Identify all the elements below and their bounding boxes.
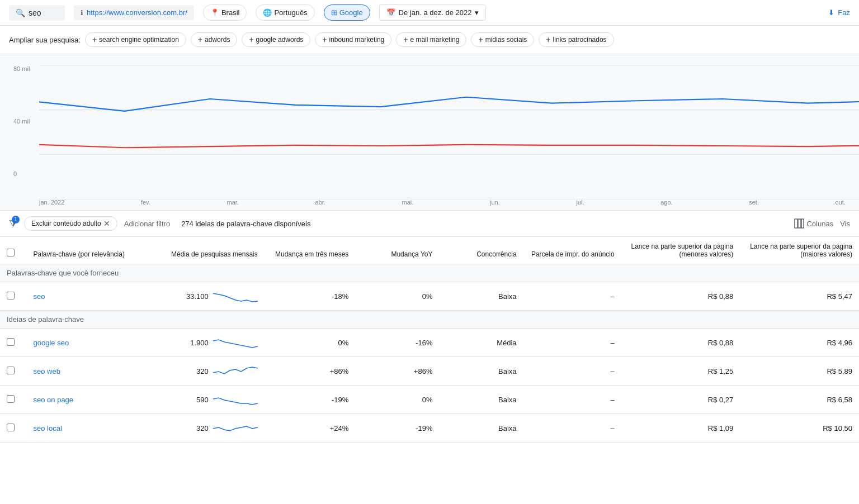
keyword-cell-seo-web: seo web — [27, 357, 153, 386]
faz-label: Faz — [838, 8, 850, 17]
changeyoy-cell-seo: 0% — [355, 282, 439, 311]
header-keyword[interactable]: Palavra-chave (por relevância) — [27, 237, 153, 264]
row-checkbox-seo[interactable] — [0, 282, 27, 311]
info-icon: ℹ — [81, 9, 83, 17]
filter-chip-close[interactable]: ✕ — [103, 219, 110, 228]
avg-value-seo-local: 320 — [196, 424, 209, 432]
download-icon: ⬇ — [828, 8, 834, 17]
url-box[interactable]: ℹ https://www.conversion.com.br/ — [74, 5, 194, 20]
row-checkbox-seo-local[interactable] — [0, 414, 27, 443]
chart-x-labels: jan. 2022 fev. mar. abr. mai. jun. jul. … — [39, 199, 846, 206]
y-label-0: 0 — [13, 170, 30, 177]
keyword-name-seo-web[interactable]: seo web — [34, 367, 60, 375]
checkbox-seo-local[interactable] — [7, 424, 15, 431]
changeyoy-cell-seo-local: -19% — [355, 414, 439, 443]
changeyoy-cell-google-seo: -16% — [355, 329, 439, 357]
columns-button[interactable]: Colunas — [794, 218, 833, 229]
date-range-picker[interactable]: 📅 De jan. a dez. de 2022 ▾ — [379, 4, 487, 21]
checkbox-google-seo[interactable] — [7, 338, 15, 346]
ampliar-tag-6[interactable]: + links patrocinados — [539, 32, 613, 47]
header-competition[interactable]: Concorrência — [439, 237, 523, 264]
ampliar-tag-3[interactable]: + inbound marketing — [315, 32, 391, 47]
lance-max-cell-seo-on-page: R$ 6,58 — [740, 386, 859, 414]
x-label-mar: mar. — [227, 199, 239, 206]
sparkline-google-seo — [213, 334, 258, 351]
select-all-checkbox[interactable] — [7, 249, 15, 256]
parcela-cell-google-seo: – — [523, 329, 621, 357]
keyword-cell-seo: seo — [27, 282, 153, 311]
section-provided-label: Palavras-chave que você forneceu — [0, 264, 859, 282]
x-label-jan: jan. 2022 — [39, 199, 64, 206]
keyword-name-seo-on-page[interactable]: seo on page — [34, 396, 74, 404]
plus-icon-4: + — [403, 35, 408, 44]
columns-icon — [794, 218, 804, 229]
ampliar-tag-0[interactable]: + search engine optimization — [85, 32, 186, 47]
vis-button[interactable]: Vis — [840, 220, 850, 228]
y-label-40: 40 mil — [13, 118, 30, 125]
filter-badge[interactable]: ⧩ 1 — [9, 218, 17, 230]
calendar-icon: 📅 — [386, 8, 395, 17]
location-icon: 📍 — [210, 8, 219, 17]
header-lance-min[interactable]: Lance na parte superior da página (menor… — [621, 237, 740, 264]
chart-y-labels: 80 mil 40 mil 0 — [13, 65, 30, 177]
ampliar-tag-4[interactable]: + e mail marketing — [396, 32, 466, 47]
ampliar-tag-1[interactable]: + adwords — [191, 32, 238, 47]
language-pill[interactable]: 🌐 Português — [256, 4, 314, 21]
keyword-name-seo-local[interactable]: seo local — [34, 424, 62, 432]
row-checkbox-seo-on-page[interactable] — [0, 386, 27, 414]
engine-pill[interactable]: ⊞ Google — [324, 4, 370, 21]
competition-cell-seo-web: Baixa — [439, 357, 523, 386]
x-label-mai: mai. — [402, 199, 414, 206]
available-count: 274 ideias de palavra-chave disponíveis — [181, 220, 310, 228]
ampliar-tag-5[interactable]: + midias sociais — [471, 32, 534, 47]
date-range-label: De jan. a dez. de 2022 — [399, 8, 472, 17]
lance-min-cell-seo: R$ 0,88 — [621, 282, 740, 311]
search-box[interactable]: 🔍 seo — [9, 5, 65, 21]
avg-value-seo-on-page: 590 — [196, 396, 209, 404]
search-query: seo — [29, 8, 41, 17]
keyword-table: Palavra-chave (por relevância) Média de … — [0, 237, 859, 443]
sparkline-seo — [213, 288, 258, 305]
checkbox-seo-on-page[interactable] — [7, 395, 15, 403]
ampliar-tag-label-2: google adwords — [256, 36, 304, 44]
sparkline-seo-web — [213, 363, 258, 379]
x-label-jul: jul. — [576, 199, 584, 206]
table-row: google seo 1.900 0% -16% Média – R$ 0,88… — [0, 329, 859, 357]
header-parcela[interactable]: Parcela de impr. do anúncio — [523, 237, 621, 264]
header-lance-max[interactable]: Lance na parte superior da página (maior… — [740, 237, 859, 264]
change3m-cell-google-seo: 0% — [265, 329, 356, 357]
parcela-cell-seo-local: – — [523, 414, 621, 443]
lance-max-cell-seo-local: R$ 10,50 — [740, 414, 859, 443]
avg-cell-seo-web: 320 — [153, 357, 265, 385]
y-label-80: 80 mil — [13, 65, 30, 72]
url-text: https://www.conversion.com.br/ — [87, 8, 187, 17]
location-pill[interactable]: 📍 Brasil — [203, 4, 247, 21]
plus-icon-0: + — [92, 35, 97, 44]
filter-chip-adult[interactable]: Excluir conteúdo adulto ✕ — [24, 216, 117, 231]
keyword-name-google-seo[interactable]: google seo — [34, 339, 69, 347]
header-3m[interactable]: Mudança em três meses — [265, 237, 356, 264]
engine-label: Google — [339, 8, 363, 17]
table-header-row: Palavra-chave (por relevância) Média de … — [0, 237, 859, 264]
header-avg[interactable]: Média de pesquisas mensais — [153, 237, 265, 264]
row-checkbox-google-seo[interactable] — [0, 329, 27, 357]
x-label-ago: ago. — [660, 199, 672, 206]
header-checkbox-cell[interactable] — [0, 237, 27, 264]
ampliar-tag-2[interactable]: + google adwords — [242, 32, 310, 47]
vis-label: Vis — [840, 220, 850, 228]
ampliar-tag-label-0: search engine optimization — [99, 36, 179, 44]
chevron-down-icon: ▾ — [475, 8, 479, 17]
faz-button[interactable]: ⬇ Faz — [828, 8, 850, 17]
x-label-fev: fev. — [141, 199, 150, 206]
columns-label: Colunas — [806, 220, 833, 228]
keyword-name-seo[interactable]: seo — [34, 292, 45, 301]
add-filter-button[interactable]: Adicionar filtro — [124, 220, 170, 228]
header-yoy[interactable]: Mudança YoY — [355, 237, 439, 264]
section-ideas: Ideias de palavra-chave — [0, 311, 859, 329]
chart-area: 80 mil 40 mil 0 jan. 2022 fev. mar. abr.… — [0, 54, 859, 211]
row-checkbox-seo-web[interactable] — [0, 357, 27, 386]
checkbox-seo-web[interactable] — [7, 367, 15, 374]
checkbox-seo[interactable] — [7, 292, 15, 299]
avg-value-seo: 33.100 — [186, 292, 209, 301]
ampliar-tag-label-1: adwords — [205, 36, 230, 44]
